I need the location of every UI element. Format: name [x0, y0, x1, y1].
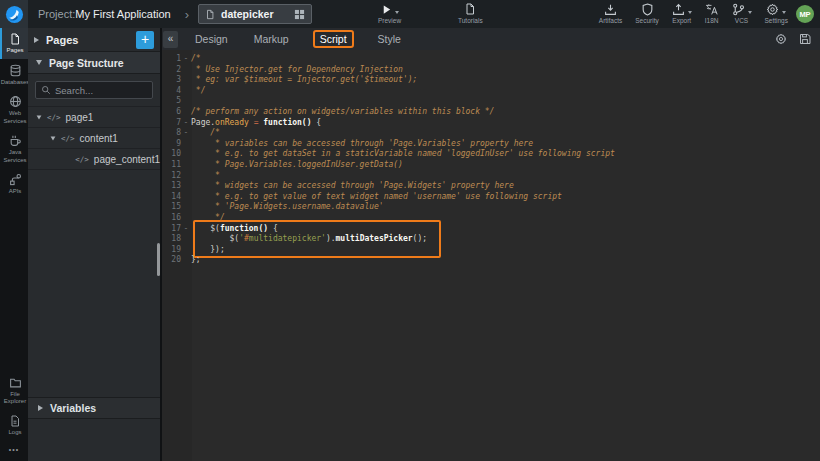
tab-design[interactable]: Design — [195, 33, 228, 45]
topbar-action-artifacts[interactable]: Artifacts — [599, 2, 622, 24]
open-page-tab[interactable]: datepicker — [198, 4, 312, 24]
tab-style[interactable]: Style — [378, 33, 401, 45]
caret-down-icon[interactable] — [51, 136, 56, 140]
line-number: 17 — [162, 224, 181, 235]
code-line-3[interactable]: 3 * eg: var $timeout = Injector.get('$ti… — [162, 75, 820, 86]
topbar-action-security[interactable]: Security — [635, 2, 658, 24]
sidebar-item-web-services[interactable]: Web Services — [0, 90, 28, 129]
project-breadcrumb: Project:My First Application — [38, 8, 171, 20]
tab-script[interactable]: Script — [315, 32, 352, 46]
code-line-9[interactable]: 9 * variables can be accessed through 'P… — [162, 139, 820, 150]
sidebar-item-file-explorer[interactable]: File Explorer — [0, 371, 28, 410]
fold-marker — [181, 96, 191, 107]
sidebar-item-apis[interactable]: APIs — [0, 168, 28, 200]
code-line-10[interactable]: 10 * e.g. to get dataSet in a staticVari… — [162, 149, 820, 160]
panel-empty-space — [28, 170, 160, 397]
code-line-4[interactable]: 4 */ — [162, 86, 820, 97]
variables-title: Variables — [50, 402, 96, 414]
fold-marker — [181, 160, 191, 171]
topbar-action-vcs[interactable]: VCS — [732, 2, 752, 24]
line-number: 1 — [162, 54, 181, 65]
shield-icon — [641, 3, 654, 16]
user-avatar[interactable]: MP — [796, 5, 814, 23]
line-number: 4 — [162, 86, 181, 97]
code-line-20[interactable]: 20}; — [162, 255, 820, 266]
fold-marker — [181, 107, 191, 118]
grid-icon[interactable] — [294, 9, 305, 20]
app-logo[interactable] — [0, 0, 28, 28]
code-line-17[interactable]: 17- $(function() { — [162, 224, 820, 235]
variables-section-header[interactable]: Variables — [28, 397, 160, 419]
tutorials-button[interactable]: Tutorials — [458, 2, 483, 24]
page-structure-header[interactable]: Page Structure — [28, 52, 160, 74]
code-line-14[interactable]: 14 * e.g. to get value of text widget na… — [162, 192, 820, 203]
code-line-1[interactable]: 1-/* — [162, 54, 820, 65]
caret-right-icon — [34, 37, 39, 43]
fold-marker[interactable]: - — [181, 118, 191, 129]
search-icon — [41, 85, 51, 95]
sidebar-item-pages[interactable]: Pages — [0, 28, 28, 59]
code-line-15[interactable]: 15 * 'Page.Widgets.username.datavalue' — [162, 202, 820, 213]
code-line-12[interactable]: 12 * — [162, 171, 820, 182]
topbar-action-settings[interactable]: Settings — [765, 2, 789, 24]
topbar-action-export[interactable]: Export — [672, 2, 692, 24]
more-options-icon[interactable]: ••• — [0, 440, 28, 461]
line-number: 20 — [162, 255, 181, 266]
panel-scrollbar[interactable] — [157, 243, 160, 276]
fold-marker[interactable]: - — [181, 224, 191, 235]
sidebar-item-java-services[interactable]: Java Services — [0, 129, 28, 168]
tree-item-content1[interactable]: </>content1 — [28, 128, 160, 149]
code-line-16[interactable]: 16 */ — [162, 213, 820, 224]
script-code-editor[interactable]: 1-/*2 * Use Injector.get for Dependency … — [162, 50, 820, 461]
left-icon-rail: PagesDatabasesWeb ServicesJava ServicesA… — [0, 28, 28, 461]
line-number: 8 — [162, 128, 181, 139]
pages-panel-title: Pages — [46, 34, 78, 46]
tree-item-page1[interactable]: </>page1 — [28, 107, 160, 128]
code-line-11[interactable]: 11 * Page.Variables.loggedInUser.getData… — [162, 160, 820, 171]
sidebar-item-logs[interactable]: Logs — [0, 410, 28, 441]
line-number: 12 — [162, 171, 181, 182]
logs-icon — [9, 415, 21, 427]
pages-panel-header[interactable]: Pages + — [28, 28, 160, 52]
topbar-action-i18n[interactable]: I18N — [705, 2, 719, 24]
code-line-19[interactable]: 19 }); — [162, 245, 820, 256]
code-line-7[interactable]: 7-Page.onReady = function() { — [162, 118, 820, 129]
save-icon[interactable] — [799, 33, 811, 45]
fold-marker[interactable]: - — [181, 128, 191, 139]
fold-marker — [181, 245, 191, 256]
sidebar-item-databases[interactable]: Databases — [0, 59, 28, 91]
code-line-18[interactable]: 18 $('#multidatepicker').multiDatesPicke… — [162, 234, 820, 245]
fold-marker — [181, 86, 191, 97]
code-line-6[interactable]: 6/* perform any action on widgets/variab… — [162, 107, 820, 118]
code-line-13[interactable]: 13 * widgets can be accessed through 'Pa… — [162, 181, 820, 192]
code-line-2[interactable]: 2 * Use Injector.get for Dependency Inje… — [162, 65, 820, 76]
collapse-panel-button[interactable]: « — [163, 31, 178, 48]
code-line-5[interactable]: 5 — [162, 96, 820, 107]
line-number: 13 — [162, 181, 181, 192]
add-page-button[interactable]: + — [136, 31, 154, 49]
panel-footer-space — [28, 419, 160, 461]
play-icon — [381, 4, 392, 15]
editor-settings-gear-icon[interactable] — [775, 33, 787, 45]
preview-button[interactable]: Preview — [378, 2, 401, 24]
fold-marker[interactable]: - — [181, 54, 191, 65]
tab-markup[interactable]: Markup — [254, 33, 289, 45]
rail-spacer — [0, 200, 28, 371]
widget-code-icon: </> — [75, 155, 89, 164]
fold-marker — [181, 213, 191, 224]
page-icon — [9, 33, 21, 45]
fold-marker — [181, 149, 191, 160]
topbar-actions: ArtifactsSecurityExportI18NVCSSettings — [599, 2, 788, 24]
line-number: 16 — [162, 213, 181, 224]
caret-down-icon — [36, 60, 42, 65]
line-number: 18 — [162, 234, 181, 245]
caret-down-icon[interactable] — [37, 115, 42, 119]
code-line-8[interactable]: 8- /* — [162, 128, 820, 139]
search-area — [28, 74, 160, 106]
preview-caret-icon[interactable] — [395, 11, 399, 14]
search-input[interactable] — [55, 85, 147, 96]
tree-item-page_content1[interactable]: </>page_content1 — [28, 149, 160, 170]
line-number: 9 — [162, 139, 181, 150]
caret-down-icon — [782, 11, 786, 14]
line-number: 19 — [162, 245, 181, 256]
